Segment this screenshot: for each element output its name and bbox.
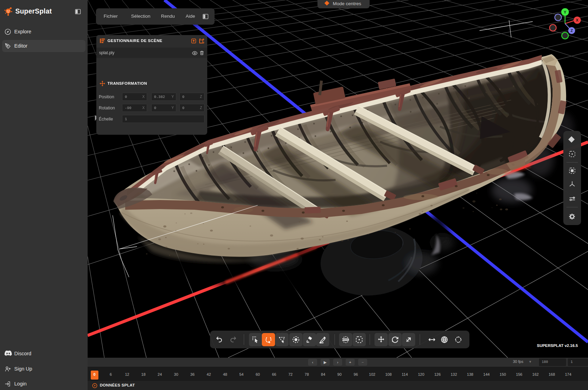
svg-text:Z: Z <box>571 28 573 33</box>
svg-text:X: X <box>576 18 579 22</box>
svg-text:Y: Y <box>564 10 566 14</box>
